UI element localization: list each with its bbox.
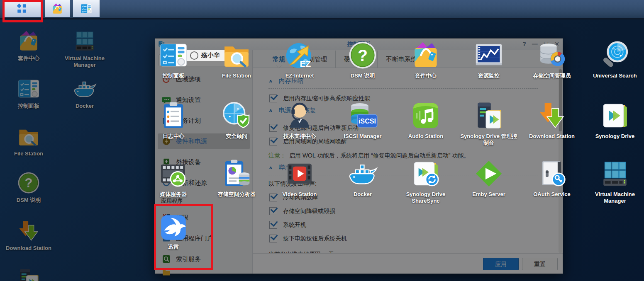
file-station-icon (221, 40, 252, 70)
app-label: 控制面板 (142, 73, 205, 79)
svg-text:iSCSI: iSCSI (359, 117, 376, 125)
app-video-station[interactable]: Video Station (268, 158, 331, 198)
app-label: 迅雷 (142, 244, 205, 250)
universal-search-icon (600, 40, 630, 70)
app-label: iSCSI Manager (332, 133, 394, 140)
storage-analyzer-icon (221, 158, 252, 189)
app-label: 日志中心 (142, 133, 205, 140)
app-label: 存储空间管理员 (521, 73, 583, 79)
app-oauth[interactable]: OAuth Service (521, 158, 583, 198)
app-package-center[interactable]: 套件中心 (395, 40, 457, 79)
app-storage-analyzer[interactable]: 存储空间分析器 (205, 158, 268, 198)
app-log-center[interactable]: 日志中心 (142, 100, 205, 140)
taskbar-button-main-menu[interactable] (3, 0, 41, 17)
app-universal-search[interactable]: Universal Search (584, 40, 644, 79)
app-label: Universal Search (584, 73, 644, 79)
app-label: Download Station (521, 133, 583, 140)
app-label: 安全顾问 (205, 133, 268, 140)
app-label: OAuth Service (521, 191, 583, 198)
synology-drive-icon (600, 100, 630, 131)
app-label: Video Station (268, 191, 331, 198)
taskbar-button-package-center[interactable] (45, 0, 70, 17)
resource-monitor-icon (473, 40, 504, 70)
emby-icon (473, 158, 504, 189)
app-label: Docker (332, 191, 394, 198)
app-label: Synology Drive (584, 133, 644, 140)
app-download-station[interactable]: Download Station (521, 100, 583, 140)
app-label: Emby Server (458, 191, 520, 198)
app-support-center[interactable]: 技术支持中心 (268, 100, 331, 140)
app-label: Audio Station (395, 133, 457, 140)
taskbar (0, 0, 644, 19)
app-storage-manager[interactable]: 存储空间管理员 (521, 40, 583, 79)
app-label: 媒体服务器 (142, 191, 205, 198)
app-file-station[interactable]: File Station (205, 40, 268, 79)
log-center-icon (158, 100, 189, 131)
app-label: 套件中心 (395, 73, 457, 79)
app-synology-drive[interactable]: Synology Drive (584, 100, 644, 140)
media-server-icon (158, 158, 189, 189)
security-advisor-icon (221, 100, 252, 131)
control-panel-icon (158, 40, 189, 70)
app-media-server[interactable]: 媒体服务器 (142, 158, 205, 198)
app-vmm[interactable]: Virtual Machine Manager (584, 158, 644, 204)
download-station-icon (537, 100, 567, 131)
app-label: DSM 说明 (332, 73, 394, 79)
drive-console-icon (473, 100, 504, 131)
app-label: Synology Drive ShareSync (395, 191, 457, 204)
control-panel-icon (80, 2, 93, 15)
package-center-icon (410, 40, 441, 70)
app-control-panel[interactable]: 控制面板 (142, 40, 205, 79)
package-center-icon (51, 2, 63, 15)
app-label: 资源监控 (458, 73, 520, 79)
dsm-help-icon: ? (347, 40, 378, 70)
oauth-icon (537, 158, 567, 189)
app-iscsi-manager[interactable]: iSCSIiSCSI Manager (332, 100, 394, 140)
dsm-desktop: 套件中心Virtual Machine Manager控制面板DockerFil… (0, 0, 644, 281)
app-label: EZ-Internet (268, 73, 331, 79)
app-label: 存储空间分析器 (205, 191, 268, 198)
app-label: File Station (205, 73, 268, 79)
app-label: 技术支持中心 (268, 133, 331, 140)
ez-internet-icon: EZ (284, 40, 315, 70)
app-dsm-help[interactable]: ?DSM 说明 (332, 40, 394, 79)
app-security-advisor[interactable]: 安全顾问 (205, 100, 268, 140)
app-drive-console[interactable]: Synology Drive 管理控制台 (458, 100, 520, 146)
video-station-icon (284, 158, 315, 189)
app-emby[interactable]: Emby Server (458, 158, 520, 198)
svg-text:?: ? (358, 46, 368, 64)
sharesync-icon (410, 158, 441, 189)
app-docker[interactable]: Docker (332, 158, 394, 198)
app-ez-internet[interactable]: EZEZ-Internet (268, 40, 331, 79)
docker-icon (347, 158, 378, 189)
app-sharesync[interactable]: Synology Drive ShareSync (395, 158, 457, 204)
thunder-icon (159, 213, 188, 242)
storage-manager-icon (537, 40, 567, 70)
svg-text:EZ: EZ (300, 59, 311, 68)
app-audio-station[interactable]: Audio Station (395, 100, 457, 140)
iscsi-manager-icon: iSCSI (347, 100, 378, 131)
app-label: Synology Drive 管理控制台 (458, 133, 520, 146)
vmm-icon (600, 158, 630, 189)
audio-station-icon (410, 100, 441, 131)
app-grid-icon (16, 2, 28, 15)
app-label: Virtual Machine Manager (584, 191, 644, 204)
support-center-icon (284, 100, 315, 131)
taskbar-button-control-panel[interactable] (73, 0, 100, 17)
app-thunder[interactable]: 迅雷 (142, 213, 205, 250)
app-resource-monitor[interactable]: 资源监控 (458, 40, 520, 79)
